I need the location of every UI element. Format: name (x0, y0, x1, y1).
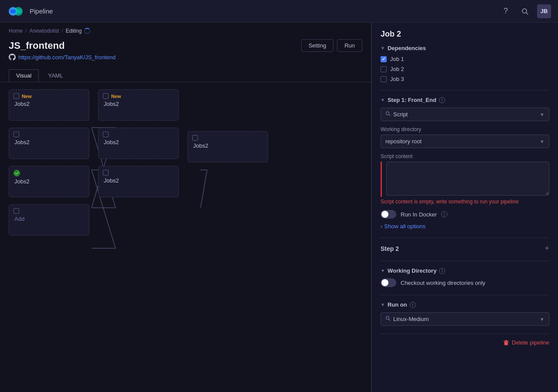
checkout-toggle-knob (381, 279, 388, 286)
right-panel-content: Job 2 ▼ Dependencies Job 1 Job 2 (372, 23, 558, 355)
node-name-n3: Jobs2 (14, 178, 85, 185)
svg-rect-3 (10, 10, 16, 13)
svg-rect-4 (16, 10, 21, 13)
node-checkbox-n2 (14, 132, 19, 137)
working-directory-info-icon[interactable]: i (439, 268, 445, 274)
node-checkbox-n1 (14, 93, 19, 99)
show-options-link[interactable]: › Show all options (381, 223, 549, 230)
step1-section: ▼ Step 1: Front_End i (381, 97, 549, 230)
main-layout: Home / Anewtodolist / Editing JS_fronten… (0, 23, 558, 392)
script-content-input[interactable] (386, 162, 549, 196)
tabs-row: Visual YAML (0, 66, 371, 82)
dep-checkbox-job1[interactable] (381, 56, 387, 62)
project-header: JS_frontend Setting Run https://github.c… (0, 36, 371, 66)
user-avatar-button[interactable]: JB (537, 4, 551, 18)
breadcrumb: Home / Anewtodolist / Editing (0, 23, 371, 36)
runner-select-inner: Script (385, 111, 540, 118)
node-name-n1: Jobs2 (14, 101, 85, 107)
tab-visual[interactable]: Visual (9, 69, 39, 82)
project-actions: Setting Run (301, 39, 362, 52)
node-n7[interactable]: Jobs2 (98, 166, 179, 197)
script-content-field-group: Script content Script content is empty, … (381, 153, 549, 205)
run-on-header[interactable]: ▼ Run on i (381, 301, 549, 308)
svg-point-16 (14, 170, 20, 176)
node-n6[interactable]: Jobs2 (98, 128, 179, 159)
dep-item-job2: Job 2 (381, 66, 549, 72)
run-on-select[interactable]: Linux-Medium ▼ (381, 312, 549, 326)
divider-4 (381, 295, 549, 295)
run-button[interactable]: Run (337, 39, 362, 52)
working-dir-select[interactable]: repository root ▼ (381, 135, 549, 148)
run-on-info-icon[interactable]: i (410, 302, 416, 308)
breadcrumb-current: Editing (66, 28, 82, 34)
node-name-n5: Jobs2 (103, 101, 174, 107)
node-checkbox-n6 (103, 132, 109, 137)
breadcrumb-home[interactable]: Home (9, 28, 23, 34)
loading-spinner (84, 28, 90, 34)
docker-toggle-row: Run In Docker i (381, 210, 549, 219)
delete-pipeline-button[interactable]: Delete pipeline (503, 339, 549, 346)
step1-info-icon[interactable]: i (439, 97, 445, 103)
dependencies-header[interactable]: ▼ Dependencies (381, 45, 549, 51)
settings-button[interactable]: Setting (301, 39, 333, 52)
green-check-icon (14, 170, 20, 176)
step2-section: Step 2 + (381, 244, 549, 253)
tab-yaml[interactable]: YAML (41, 69, 70, 82)
checkout-toggle-row: Checkout working directories only (381, 278, 549, 287)
github-link[interactable]: https://github.com/TanyaK/JS_frontend (18, 54, 116, 61)
delete-pipeline-row: Delete pipeline (381, 334, 549, 348)
node-tag-n5: New (111, 94, 121, 99)
node-n2[interactable]: Jobs2 (9, 128, 89, 159)
node-checkbox-n8 (192, 135, 198, 141)
node-n3[interactable]: Jobs2 (9, 166, 89, 197)
node-n5[interactable]: New Jobs2 (98, 89, 179, 121)
node-name-n2: Jobs2 (14, 139, 85, 145)
dep-item-job1: Job 1 (381, 56, 549, 62)
checkout-toggle[interactable] (381, 278, 396, 287)
divider-3 (381, 261, 549, 261)
working-directory-title: Working Directory (388, 267, 436, 274)
checkout-toggle-label: Checkout working directories only (401, 280, 485, 286)
docker-toggle[interactable] (381, 210, 396, 219)
show-options-chevron-icon: › (381, 223, 382, 230)
divider-1 (381, 90, 549, 91)
step1-header[interactable]: ▼ Step 1: Front_End i (381, 97, 549, 103)
svg-point-19 (386, 317, 389, 320)
topnav: Pipeline ? JB (0, 0, 558, 23)
search-button[interactable] (518, 4, 532, 18)
run-on-chevron-icon: ▼ (381, 302, 385, 307)
node-n1[interactable]: New Jobs2 (9, 89, 89, 121)
search-icon (521, 8, 528, 15)
svg-line-6 (526, 13, 528, 14)
runner-field-group: Script ▼ (381, 108, 549, 121)
svg-point-17 (386, 112, 389, 115)
dep-checkbox-job3[interactable] (381, 76, 387, 82)
dep-checkbox-job2[interactable] (381, 66, 387, 72)
docker-toggle-knob (381, 211, 388, 218)
run-on-value: Linux-Medium (393, 316, 429, 322)
run-on-title: Run on (388, 301, 407, 308)
dependencies-chevron-icon: ▼ (381, 46, 385, 51)
topnav-actions: ? JB (499, 4, 551, 18)
node-add[interactable]: Add (9, 204, 89, 236)
delete-pipeline-label: Delete pipeline (512, 339, 549, 346)
working-directory-header[interactable]: ▼ Working Directory i (381, 267, 549, 274)
left-panel: Home / Anewtodolist / Editing JS_fronten… (0, 23, 371, 392)
node-checkbox-n5 (103, 93, 109, 99)
working-dir-select-inner: repository root (385, 138, 540, 145)
runner-select[interactable]: Script ▼ (381, 108, 549, 121)
runner-search-icon (385, 111, 391, 118)
step2-add-button[interactable]: + (544, 244, 549, 253)
help-button[interactable]: ? (499, 4, 513, 18)
node-name-add: Add (14, 216, 85, 222)
github-icon (9, 54, 16, 61)
project-title-row: JS_frontend Setting Run (9, 39, 362, 52)
script-content-border (381, 162, 549, 197)
dep-label-job2: Job 2 (390, 66, 404, 72)
docker-info-icon[interactable]: i (441, 211, 447, 217)
node-name-n7: Jobs2 (103, 177, 174, 184)
divider-2 (381, 237, 549, 238)
dep-label-job3: Job 3 (390, 76, 404, 82)
breadcrumb-project[interactable]: Anewtodolist (29, 28, 59, 34)
node-n8[interactable]: Jobs2 (187, 131, 268, 162)
